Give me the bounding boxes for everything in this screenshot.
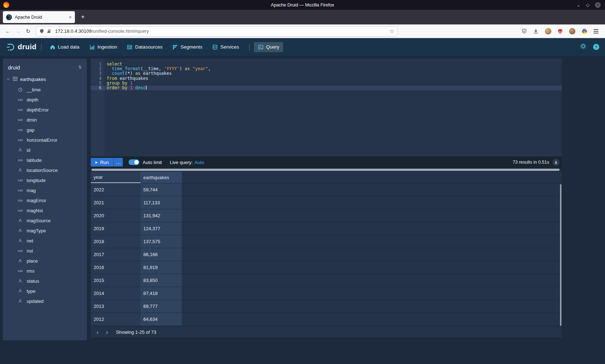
nav-load-data[interactable]: Load data	[46, 42, 84, 52]
column-item-__time[interactable]: __time	[3, 85, 87, 95]
cell-year[interactable]: 2016	[91, 261, 140, 274]
window-maximize-button[interactable]: ◇	[586, 3, 590, 7]
nav-ingestion[interactable]: Ingestion	[85, 42, 121, 52]
cell-earthquakes[interactable]: 87,418	[140, 287, 182, 300]
insecure-lock-icon[interactable]	[46, 29, 51, 34]
shield-check-extension-icon[interactable]	[521, 28, 527, 34]
druid-logo[interactable]: druid	[6, 42, 37, 52]
column-item-magError[interactable]: 123magError	[3, 195, 87, 205]
cell-year[interactable]: 2017	[91, 248, 140, 261]
cell-earthquakes[interactable]: 86,166	[140, 248, 182, 261]
load-data-icon	[50, 44, 55, 50]
query-editor[interactable]: 123456 select time_format(__time, 'YYYY'…	[91, 59, 562, 156]
cell-earthquakes[interactable]: 137,575	[140, 235, 182, 248]
cell-earthquakes[interactable]: 124,377	[140, 222, 182, 235]
column-header-year[interactable]: year	[91, 172, 140, 183]
extension-avatar-icon[interactable]	[569, 28, 575, 35]
column-item-depth[interactable]: 123depth	[3, 95, 87, 105]
result-row-2014: 201487,418	[91, 287, 562, 300]
column-item-magSource[interactable]: AmagSource	[3, 215, 87, 226]
column-item-updated[interactable]: Aupdated	[3, 296, 87, 306]
column-item-net[interactable]: Anet	[3, 236, 87, 246]
run-button[interactable]: ▶ Run	[91, 158, 113, 167]
nav-segments[interactable]: Segments	[168, 42, 206, 52]
back-button[interactable]: ←	[3, 26, 13, 36]
new-tab-button[interactable]: +	[78, 12, 88, 22]
column-item-longitude[interactable]: 123longitude	[3, 175, 87, 185]
nav-datasources[interactable]: Datasources	[123, 42, 166, 52]
bookmark-star-icon[interactable]: ☆	[390, 28, 394, 35]
cell-year[interactable]: 2018	[91, 235, 140, 248]
cell-year[interactable]: 2021	[91, 196, 140, 209]
cell-year[interactable]: 2013	[91, 300, 140, 313]
column-item-id[interactable]: Aid	[3, 145, 87, 155]
column-item-locationSource[interactable]: AlocationSource	[3, 165, 87, 175]
console-body: druid ⇅ earthquakes __time123depth123dep…	[0, 56, 605, 364]
sort-columns-icon[interactable]: ⇅	[78, 65, 82, 70]
cell-year[interactable]: 2015	[91, 274, 140, 287]
tab-apache-druid[interactable]: Apache Druid ×	[3, 11, 75, 23]
cell-earthquakes[interactable]: 131,942	[140, 209, 182, 222]
column-item-horizontalError[interactable]: 123horizontalError	[3, 135, 87, 145]
column-name: place	[27, 258, 38, 264]
number-type-icon: 123	[17, 269, 24, 273]
next-page-button[interactable]: ›	[102, 328, 112, 336]
nav-query[interactable]: Query	[254, 42, 283, 52]
screen: Apache Druid — Mozilla Firefox ⌄ ◇ × Apa…	[0, 0, 605, 364]
cell-year[interactable]: 2019	[91, 222, 140, 235]
result-summary: 73 results in 0.51s	[513, 160, 549, 165]
string-type-icon: A	[17, 218, 24, 223]
live-query-value[interactable]: Auto	[194, 160, 204, 165]
cell-earthquakes[interactable]: 83,850	[140, 274, 182, 287]
prev-page-button[interactable]: ‹	[93, 328, 102, 336]
ublock-shield-icon[interactable]	[557, 28, 563, 34]
pinwheel-extension-icon[interactable]	[582, 28, 587, 34]
column-item-nst[interactable]: 123nst	[3, 246, 87, 256]
column-item-dmin[interactable]: 123dmin	[3, 115, 87, 125]
datasource-item-earthquakes[interactable]: earthquakes	[3, 74, 87, 85]
forward-button[interactable]: →	[13, 26, 23, 36]
tab-close-icon[interactable]: ×	[69, 14, 72, 20]
tracking-shield-icon[interactable]	[39, 28, 44, 34]
column-item-magNst[interactable]: 123magNst	[3, 205, 87, 215]
column-item-depthError[interactable]: 123depthError	[3, 105, 87, 115]
url-bar[interactable]: 172.18.0.4:30109/unified-console.html#qu…	[36, 26, 398, 36]
column-item-status[interactable]: Astatus	[3, 276, 87, 286]
code-line-2: time_format(__time, 'YYYY') as "year",	[104, 67, 562, 71]
column-item-mag[interactable]: 123mag	[3, 185, 87, 195]
cell-earthquakes[interactable]: 69,777	[140, 300, 182, 313]
cell-year[interactable]: 2014	[91, 287, 140, 300]
cell-earthquakes[interactable]: 59,744	[140, 183, 182, 196]
column-item-rms[interactable]: 123rms	[3, 266, 87, 276]
column-header-earthquakes[interactable]: earthquakes	[140, 172, 182, 183]
run-more-button[interactable]: …	[113, 158, 123, 167]
result-row-2012: 201264,634	[91, 313, 562, 326]
help-icon[interactable]: ?	[593, 44, 599, 50]
cell-earthquakes[interactable]: 117,133	[140, 196, 182, 209]
cell-earthquakes[interactable]: 81,919	[140, 261, 182, 274]
download-results-icon[interactable]	[552, 159, 560, 166]
column-item-type[interactable]: Atype	[3, 286, 87, 296]
settings-gear-icon[interactable]	[580, 43, 587, 51]
column-item-latitude[interactable]: 123latitude	[3, 155, 87, 165]
cell-year[interactable]: 2012	[91, 313, 140, 326]
column-item-gap[interactable]: 123gap	[3, 125, 87, 135]
nav-services[interactable]: Services	[208, 42, 243, 52]
horizontal-scrollbar[interactable]	[91, 168, 562, 172]
horizontal-scrollbar-thumb[interactable]	[91, 169, 560, 171]
window-close-button[interactable]: ×	[595, 2, 601, 8]
cell-year[interactable]: 2020	[91, 209, 140, 222]
reload-button[interactable]: ↻	[23, 26, 33, 36]
auto-limit-toggle[interactable]	[129, 159, 139, 165]
column-item-magType[interactable]: AmagType	[3, 226, 87, 236]
pagination-label: Showing 1-25 of 73	[116, 329, 156, 335]
window-minimize-button[interactable]: ⌄	[577, 3, 581, 7]
cell-year[interactable]: 2022	[91, 183, 140, 196]
profile-avatar-icon[interactable]	[545, 28, 551, 35]
window-title: Apache Druid — Mozilla Firefox	[0, 3, 605, 8]
column-item-place[interactable]: Aplace	[3, 256, 87, 266]
cell-earthquakes[interactable]: 64,634	[140, 313, 182, 326]
downloads-icon[interactable]	[533, 28, 539, 34]
menu-icon[interactable]	[593, 31, 599, 32]
vertical-scrollbar[interactable]	[560, 184, 561, 326]
